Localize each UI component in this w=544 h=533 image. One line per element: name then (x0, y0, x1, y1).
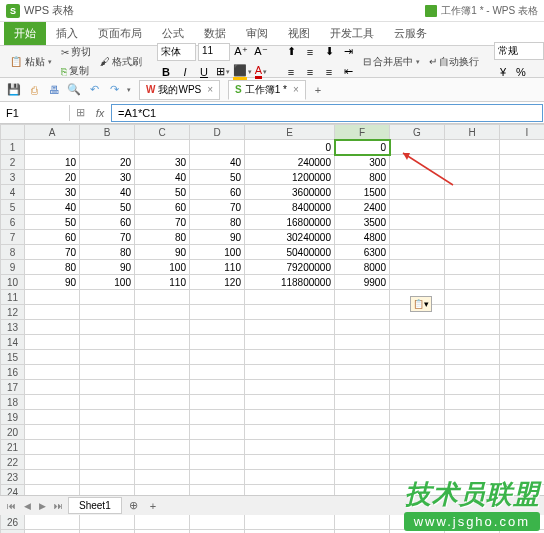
fill-color-button[interactable]: ⬛▾ (233, 63, 251, 81)
cell-D10[interactable]: 120 (190, 275, 245, 290)
cell-H2[interactable] (445, 155, 500, 170)
cell-C26[interactable] (135, 515, 190, 530)
cell-H15[interactable] (445, 350, 500, 365)
cell-I10[interactable] (500, 275, 545, 290)
row-header-15[interactable]: 15 (1, 350, 25, 365)
cell-E20[interactable] (245, 425, 335, 440)
cell-C18[interactable] (135, 395, 190, 410)
cell-A16[interactable] (25, 365, 80, 380)
cell-C27[interactable] (135, 530, 190, 534)
fx-cancel-button[interactable]: ⊞ (70, 106, 90, 119)
cell-I16[interactable] (500, 365, 545, 380)
font-name-select[interactable]: 宋体 (157, 43, 196, 61)
cell-F15[interactable] (335, 350, 390, 365)
cell-E23[interactable] (245, 470, 335, 485)
row-header-4[interactable]: 4 (1, 185, 25, 200)
cell-H17[interactable] (445, 380, 500, 395)
cell-B5[interactable]: 50 (80, 200, 135, 215)
cell-C22[interactable] (135, 455, 190, 470)
cell-H21[interactable] (445, 440, 500, 455)
cell-C16[interactable] (135, 365, 190, 380)
italic-button[interactable]: I (176, 63, 194, 81)
cell-G2[interactable] (390, 155, 445, 170)
cell-F19[interactable] (335, 410, 390, 425)
border-button[interactable]: ⊞▾ (214, 63, 232, 81)
cell-B14[interactable] (80, 335, 135, 350)
cell-H9[interactable] (445, 260, 500, 275)
row-header-9[interactable]: 9 (1, 260, 25, 275)
merge-button[interactable]: ⊟合并居中▾ (360, 53, 423, 71)
row-header-8[interactable]: 8 (1, 245, 25, 260)
row-header-2[interactable]: 2 (1, 155, 25, 170)
cell-C11[interactable] (135, 290, 190, 305)
cell-C19[interactable] (135, 410, 190, 425)
cell-I5[interactable] (500, 200, 545, 215)
wps-home-tab[interactable]: W 我的WPS × (139, 80, 220, 100)
cell-F26[interactable] (335, 515, 390, 530)
cell-G8[interactable] (390, 245, 445, 260)
cell-D27[interactable] (190, 530, 245, 534)
cell-C6[interactable]: 70 (135, 215, 190, 230)
cell-C15[interactable] (135, 350, 190, 365)
cell-H7[interactable] (445, 230, 500, 245)
cell-I1[interactable] (500, 140, 545, 155)
cell-H1[interactable] (445, 140, 500, 155)
cell-F13[interactable] (335, 320, 390, 335)
cell-G21[interactable] (390, 440, 445, 455)
outdent-button[interactable]: ⇤ (339, 63, 357, 81)
cell-C21[interactable] (135, 440, 190, 455)
cell-I18[interactable] (500, 395, 545, 410)
row-header-3[interactable]: 3 (1, 170, 25, 185)
add-tab-button[interactable]: + (310, 82, 326, 98)
cell-G1[interactable] (390, 140, 445, 155)
cell-H8[interactable] (445, 245, 500, 260)
cell-D23[interactable] (190, 470, 245, 485)
cell-D14[interactable] (190, 335, 245, 350)
cell-E8[interactable]: 50400000 (245, 245, 335, 260)
cell-B15[interactable] (80, 350, 135, 365)
tab-layout[interactable]: 页面布局 (88, 22, 152, 45)
align-center-button[interactable]: ≡ (301, 63, 319, 81)
cell-G19[interactable] (390, 410, 445, 425)
row-header-12[interactable]: 12 (1, 305, 25, 320)
redo-button[interactable]: ↷ (106, 82, 122, 98)
add-sheet-button-2[interactable]: + (145, 498, 161, 514)
align-top-button[interactable]: ⬆ (282, 43, 300, 61)
cell-C23[interactable] (135, 470, 190, 485)
cell-F16[interactable] (335, 365, 390, 380)
cell-F21[interactable] (335, 440, 390, 455)
cell-C10[interactable]: 110 (135, 275, 190, 290)
tab-insert[interactable]: 插入 (46, 22, 88, 45)
cell-H19[interactable] (445, 410, 500, 425)
cell-D12[interactable] (190, 305, 245, 320)
cell-E4[interactable]: 3600000 (245, 185, 335, 200)
cell-E21[interactable] (245, 440, 335, 455)
font-color-button[interactable]: A▾ (252, 63, 270, 81)
col-header-B[interactable]: B (80, 125, 135, 140)
close-icon[interactable]: × (293, 84, 299, 95)
cell-G22[interactable] (390, 455, 445, 470)
cell-E13[interactable] (245, 320, 335, 335)
cell-C4[interactable]: 50 (135, 185, 190, 200)
undo-button[interactable]: ↶ (86, 82, 102, 98)
row-header-19[interactable]: 19 (1, 410, 25, 425)
cell-E16[interactable] (245, 365, 335, 380)
cell-E6[interactable]: 16800000 (245, 215, 335, 230)
cell-H12[interactable] (445, 305, 500, 320)
cell-C3[interactable]: 40 (135, 170, 190, 185)
cell-A12[interactable] (25, 305, 80, 320)
row-header-7[interactable]: 7 (1, 230, 25, 245)
sheet-nav-first[interactable]: ⏮ (4, 501, 19, 511)
cell-H13[interactable] (445, 320, 500, 335)
row-header-23[interactable]: 23 (1, 470, 25, 485)
cell-G16[interactable] (390, 365, 445, 380)
cell-I17[interactable] (500, 380, 545, 395)
cell-G14[interactable] (390, 335, 445, 350)
cell-C9[interactable]: 100 (135, 260, 190, 275)
cell-A4[interactable]: 30 (25, 185, 80, 200)
row-header-22[interactable]: 22 (1, 455, 25, 470)
cell-I19[interactable] (500, 410, 545, 425)
cell-G20[interactable] (390, 425, 445, 440)
cell-H14[interactable] (445, 335, 500, 350)
cell-F4[interactable]: 1500 (335, 185, 390, 200)
